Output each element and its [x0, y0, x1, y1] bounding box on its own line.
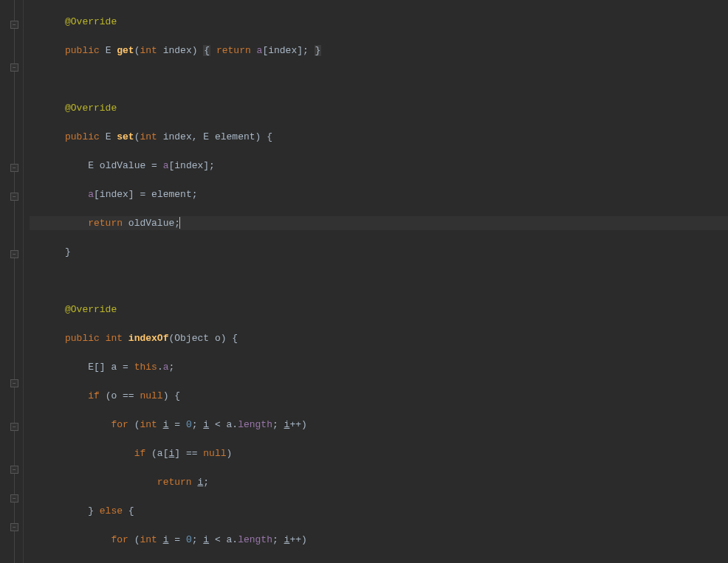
fold-marker[interactable]: − — [10, 164, 18, 172]
fold-marker[interactable]: − — [10, 250, 18, 258]
fold-marker[interactable]: − — [10, 494, 18, 502]
code-line[interactable]: public E set(int index, E element) { — [30, 130, 728, 145]
code-line[interactable] — [30, 72, 728, 87]
code-line[interactable]: public int indexOf(Object o) { — [30, 331, 728, 346]
code-line[interactable]: for (int i = 0; i < a.length; i++) — [30, 418, 728, 432]
code-line[interactable]: @Override — [30, 101, 728, 116]
code-line[interactable] — [30, 274, 728, 289]
code-line[interactable]: E oldValue = a[index]; — [30, 159, 728, 173]
code-editor[interactable]: @Override public E get(int index) { retu… — [24, 0, 728, 563]
code-line[interactable]: a[index] = element; — [30, 187, 728, 202]
fold-marker[interactable]: − — [10, 21, 18, 29]
fold-marker[interactable]: − — [10, 379, 18, 387]
code-line-current[interactable]: return oldValue; — [30, 216, 728, 231]
fold-marker[interactable]: − — [10, 423, 18, 431]
code-line[interactable]: for (int i = 0; i < a.length; i++) — [30, 533, 728, 548]
code-line[interactable]: if (o == null) { — [30, 389, 728, 404]
fold-marker[interactable]: − — [10, 466, 18, 474]
code-line[interactable]: public E get(int index) { return a[index… — [30, 44, 728, 58]
code-line[interactable]: @Override — [30, 15, 728, 30]
code-line[interactable]: } — [30, 245, 728, 260]
code-line[interactable]: return i; — [30, 475, 728, 490]
fold-marker[interactable]: − — [10, 63, 18, 72]
fold-marker[interactable]: − — [10, 523, 18, 531]
text-caret — [179, 217, 180, 229]
gutter: − − − − − − − − − − — [0, 0, 24, 563]
code-line[interactable]: if (a[i] == null) — [30, 446, 728, 461]
fold-marker[interactable]: − — [10, 193, 18, 201]
code-line[interactable]: @Override — [30, 303, 728, 317]
code-line[interactable]: } else { — [30, 504, 728, 519]
code-line[interactable]: E[] a = this.a; — [30, 360, 728, 375]
gutter-vertical-line — [14, 0, 15, 563]
